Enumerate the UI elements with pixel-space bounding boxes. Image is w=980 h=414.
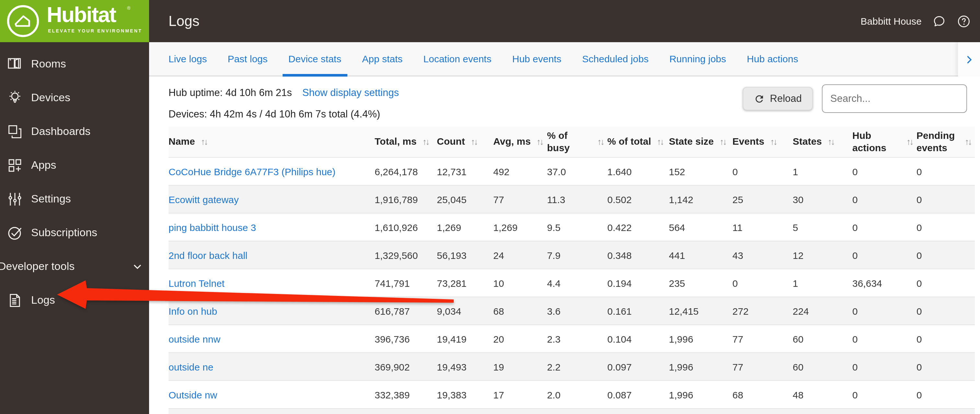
sidebar-item-developer-tools[interactable]: Developer tools [0, 250, 149, 284]
stat-cell: 1,996 [669, 325, 732, 353]
tab-live-logs[interactable]: Live logs [158, 42, 217, 75]
column-header-total-ms: Total, ms [375, 136, 417, 148]
stat-cell: 1 [793, 157, 852, 185]
sort-icon[interactable]: ↑↓ [770, 137, 776, 147]
device-link[interactable]: Lutron Telnet [169, 277, 224, 288]
hubitat-logo[interactable]: Hubitat ® ELEVATE YOUR ENVIRONMENT [0, 0, 149, 42]
stat-cell: 48 [793, 380, 852, 409]
stat-cell: 564 [669, 213, 732, 241]
sort-icon[interactable]: ↑↓ [597, 137, 603, 147]
stat-cell: 316,518 [375, 409, 437, 414]
table-row: 2nd floor back hall 1,329,560 56,193 24 … [169, 241, 975, 269]
tab-app-stats[interactable]: App stats [352, 42, 413, 75]
stat-cell: 77 [732, 353, 793, 380]
stat-cell: 1,610,926 [375, 213, 437, 241]
stat-cell: 19,493 [437, 353, 493, 380]
stat-cell: 0 [852, 297, 916, 325]
column-header-count: Count [437, 136, 465, 148]
stat-cell: 60 [793, 353, 852, 380]
apps-icon [6, 157, 23, 174]
device-link[interactable]: outside nnw [169, 333, 220, 344]
stat-cell: 68 [493, 297, 547, 325]
device-link[interactable]: Ecowitt gateway [169, 194, 239, 205]
sidebar-nav: Rooms Devices Dashboards [0, 42, 149, 317]
sidebar-item-apps[interactable]: Apps [0, 149, 149, 182]
stat-cell: 3.6 [547, 297, 607, 325]
stat-cell: 6,264,178 [375, 157, 437, 185]
stat-cell: 0 [732, 269, 793, 297]
device-link[interactable]: 2nd floor back hall [169, 249, 248, 261]
sort-icon[interactable]: ↑↓ [965, 137, 971, 147]
stat-cell: 19,300 [437, 409, 493, 414]
stat-cell: 235 [669, 269, 732, 297]
search-input[interactable] [822, 84, 967, 113]
stat-cell: 24 [493, 241, 547, 269]
table-row: Lutron Telnet 741,791 73,281 10 4.4 0.19… [169, 269, 975, 297]
sort-icon[interactable]: ↑↓ [422, 137, 428, 147]
device-name-cell: Lutron Telnet [169, 269, 375, 297]
stat-cell: 4.4 [547, 269, 607, 297]
sidebar-item-logs[interactable]: Logs [0, 284, 149, 317]
sort-icon[interactable]: ↑↓ [201, 137, 207, 147]
sidebar-item-settings[interactable]: Settings [0, 182, 149, 216]
sidebar-item-rooms[interactable]: Rooms [0, 47, 149, 81]
sort-icon[interactable]: ↑↓ [719, 137, 725, 147]
sort-icon[interactable]: ↑↓ [828, 137, 834, 147]
tab-location-events[interactable]: Location events [413, 42, 502, 75]
stat-cell: 0 [916, 241, 975, 269]
tab-hub-events[interactable]: Hub events [502, 42, 572, 75]
device-link[interactable]: Outside nw [169, 389, 217, 400]
help-icon[interactable] [957, 14, 971, 28]
stat-cell: 441 [669, 241, 732, 269]
stat-cell: 5 [793, 213, 852, 241]
tab-past-logs[interactable]: Past logs [217, 42, 278, 75]
tab-running-jobs[interactable]: Running jobs [659, 42, 736, 75]
page-title: Logs [169, 13, 199, 30]
tab-scheduled-jobs[interactable]: Scheduled jobs [572, 42, 659, 75]
stat-cell: 36,634 [852, 269, 916, 297]
sidebar-item-label: Dashboards [31, 125, 91, 138]
stat-cell: 0.422 [607, 213, 669, 241]
show-display-settings-link[interactable]: Show display settings [302, 87, 399, 99]
device-name-cell: 2nd floor back hall [169, 241, 375, 269]
sidebar-item-label: Apps [31, 159, 56, 172]
sidebar-item-devices[interactable]: Devices [0, 81, 149, 115]
stat-cell: 0.502 [607, 185, 669, 213]
stat-cell: 0.161 [607, 297, 669, 325]
tab-hub-actions[interactable]: Hub actions [737, 42, 808, 75]
sort-icon[interactable]: ↑↓ [537, 137, 543, 147]
reload-button[interactable]: Reload [743, 87, 813, 110]
stat-cell: 1,916,789 [375, 185, 437, 213]
sidebar-item-subscriptions[interactable]: Subscriptions [0, 216, 149, 250]
sidebar-item-label: Developer tools [0, 260, 75, 273]
stat-cell: 1,996 [669, 409, 732, 414]
device-stats-body: CoCoHue Bridge 6A77F3 (Philips hue) 6,26… [169, 157, 975, 414]
device-link[interactable]: ping babbitt house 3 [169, 222, 256, 233]
stat-cell: 1,996 [669, 380, 732, 409]
stat-cell: 0.083 [607, 409, 669, 414]
stat-cell: 396,736 [375, 325, 437, 353]
stat-cell: 1,142 [669, 185, 732, 213]
stat-cell: 152 [669, 157, 732, 185]
device-link[interactable]: Info on hub [169, 305, 217, 316]
tabs-scroll-right-button[interactable] [958, 42, 980, 77]
device-link[interactable]: CoCoHue Bridge 6A77F3 (Philips hue) [169, 166, 336, 177]
sort-icon[interactable]: ↑↓ [907, 137, 913, 147]
registered-mark: ® [127, 6, 130, 10]
sort-icon[interactable]: ↑↓ [471, 137, 477, 147]
device-link[interactable]: outside ne [169, 361, 213, 372]
table-row: Ecowitt gateway 1,916,789 25,045 77 11.3… [169, 185, 975, 213]
stat-cell: 1.9 [547, 409, 607, 414]
stat-cell: 0.087 [607, 380, 669, 409]
stat-cell: 1.640 [607, 157, 669, 185]
stat-cell: 0.104 [607, 325, 669, 353]
stat-cell: 0 [852, 325, 916, 353]
column-header-avg-ms: Avg, ms [493, 136, 531, 148]
brand-wordmark: Hubitat [47, 4, 116, 25]
table-row: Info on hub 616,787 9,034 68 3.6 0.161 1… [169, 297, 975, 325]
tab-device-stats[interactable]: Device stats [278, 42, 352, 75]
stat-cell: 0 [916, 353, 975, 380]
sidebar-item-dashboards[interactable]: Dashboards [0, 115, 149, 149]
chat-icon[interactable] [932, 14, 946, 28]
sort-icon[interactable]: ↑↓ [657, 137, 663, 147]
